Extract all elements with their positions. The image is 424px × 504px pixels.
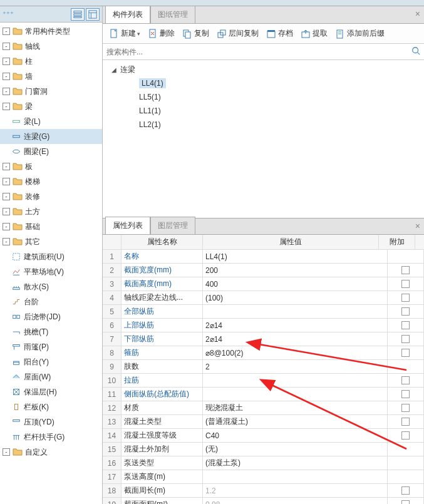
- prop-value[interactable]: 2: [203, 360, 388, 373]
- tree-item[interactable]: -其它: [0, 234, 102, 249]
- checkbox[interactable]: [401, 266, 410, 274]
- property-row[interactable]: 17泵送高度(m): [103, 470, 424, 484]
- prop-extra[interactable]: [388, 401, 424, 414]
- prop-extra[interactable]: [388, 443, 424, 456]
- prop-value[interactable]: C40: [203, 429, 388, 442]
- prop-value[interactable]: (100): [203, 291, 388, 304]
- property-row[interactable]: 2截面宽度(mm)200: [103, 264, 424, 277]
- prop-extra[interactable]: [388, 332, 424, 346]
- prop-value[interactable]: ⌀8@100(2): [203, 346, 388, 359]
- delete-button[interactable]: 删除: [144, 26, 178, 41]
- prop-extra[interactable]: [388, 277, 424, 291]
- checkbox[interactable]: [401, 376, 410, 384]
- prop-value[interactable]: 现浇混凝土: [203, 401, 388, 414]
- tree-item[interactable]: 梁(L): [0, 114, 102, 129]
- prop-value[interactable]: [203, 374, 388, 387]
- checkbox[interactable]: [401, 431, 410, 440]
- property-row[interactable]: 14混凝土强度等级C40: [103, 429, 424, 443]
- checkbox[interactable]: [401, 390, 410, 398]
- prop-extra[interactable]: [388, 415, 424, 428]
- copy-button[interactable]: 复制: [178, 26, 213, 41]
- property-row[interactable]: 3截面高度(mm)400: [103, 277, 424, 291]
- prop-extra[interactable]: [388, 484, 424, 497]
- prop-extra[interactable]: [388, 305, 424, 318]
- tree-item[interactable]: -墙: [0, 69, 102, 84]
- tree-item[interactable]: 栏板(K): [0, 399, 102, 414]
- prop-value[interactable]: 400: [203, 277, 388, 291]
- toggle-icon[interactable]: -: [3, 178, 10, 185]
- checkbox[interactable]: [401, 418, 410, 426]
- tree-item[interactable]: 栏杆扶手(G): [0, 429, 102, 445]
- tree-item[interactable]: 连梁(G): [0, 129, 102, 144]
- property-row[interactable]: 10拉筋: [103, 374, 424, 388]
- toggle-icon[interactable]: -: [3, 73, 10, 80]
- tree-item[interactable]: 屋面(W): [0, 369, 102, 384]
- toggle-icon[interactable]: -: [3, 448, 10, 456]
- toggle-icon[interactable]: -: [3, 193, 10, 200]
- tree-item[interactable]: -梁: [0, 99, 102, 114]
- checkbox[interactable]: [401, 307, 410, 316]
- prop-value[interactable]: [203, 470, 388, 483]
- tree-item[interactable]: 圈梁(E): [0, 144, 102, 159]
- new-button[interactable]: 新建▾: [105, 26, 144, 41]
- tree-item[interactable]: 建筑面积(U): [0, 249, 102, 264]
- tree-item[interactable]: -基础: [0, 219, 102, 234]
- close-icon[interactable]: ×: [415, 9, 420, 19]
- property-row[interactable]: 5全部纵筋: [103, 305, 424, 319]
- property-row[interactable]: 12材质现浇混凝土: [103, 401, 424, 415]
- toggle-icon[interactable]: -: [3, 208, 10, 215]
- archive-button[interactable]: 存档: [262, 26, 297, 41]
- property-row[interactable]: 8箍筋⌀8@100(2): [103, 346, 424, 360]
- prop-extra[interactable]: [388, 291, 424, 304]
- toggle-icon[interactable]: -: [3, 103, 10, 110]
- checkbox[interactable]: [401, 280, 410, 288]
- prop-value[interactable]: (混凝土泵): [203, 456, 388, 470]
- component-item[interactable]: LL5(1): [103, 90, 424, 104]
- prop-value[interactable]: (无): [203, 443, 388, 456]
- tree-item[interactable]: 平整场地(V): [0, 264, 102, 279]
- component-root[interactable]: ◢连梁: [103, 63, 424, 76]
- tree-item[interactable]: -土方: [0, 204, 102, 219]
- tree-item[interactable]: -楼梯: [0, 174, 102, 189]
- layer-copy-button[interactable]: 层间复制: [213, 26, 262, 41]
- property-row[interactable]: 13混凝土类型(普通混凝土): [103, 415, 424, 429]
- toggle-icon[interactable]: -: [3, 238, 10, 245]
- prop-extra[interactable]: [388, 498, 424, 504]
- checkbox[interactable]: [401, 500, 410, 504]
- component-item[interactable]: LL2(1): [103, 118, 424, 131]
- prop-value[interactable]: 2⌀14: [203, 319, 388, 332]
- prop-value[interactable]: [203, 388, 388, 401]
- tree-item[interactable]: -自定义: [0, 445, 102, 460]
- component-item[interactable]: LL4(1): [103, 76, 424, 90]
- tree-item[interactable]: -常用构件类型: [0, 24, 102, 39]
- property-row[interactable]: 15混凝土外加剂(无): [103, 443, 424, 456]
- prop-extra[interactable]: [388, 319, 424, 332]
- tree-item[interactable]: 散水(S): [0, 279, 102, 294]
- prop-value[interactable]: 1.2: [203, 484, 388, 497]
- view-list-button[interactable]: [71, 8, 85, 21]
- tree-item[interactable]: 保温层(H): [0, 384, 102, 399]
- property-row[interactable]: 9肢数2: [103, 360, 424, 374]
- prop-extra[interactable]: [388, 429, 424, 442]
- checkbox[interactable]: [401, 294, 410, 302]
- tree-item[interactable]: 阳台(Y): [0, 354, 102, 369]
- tree-item[interactable]: 后浇带(JD): [0, 309, 102, 324]
- tree-item[interactable]: -装修: [0, 189, 102, 204]
- property-row[interactable]: 18截面周长(m)1.2: [103, 484, 424, 498]
- prop-value[interactable]: 200: [203, 264, 388, 277]
- tab-drawing-mgmt[interactable]: 图纸管理: [150, 6, 195, 23]
- search-icon[interactable]: [411, 46, 420, 57]
- toggle-icon[interactable]: -: [3, 43, 10, 50]
- tab-layer-mgmt[interactable]: 图层管理: [150, 217, 195, 234]
- property-row[interactable]: 11侧面纵筋(总配筋值): [103, 388, 424, 401]
- property-row[interactable]: 19截面面积(m²)0.08: [103, 498, 424, 504]
- prop-extra[interactable]: [388, 456, 424, 470]
- view-detail-button[interactable]: [86, 8, 100, 21]
- toggle-icon[interactable]: -: [3, 223, 10, 230]
- property-row[interactable]: 4轴线距梁左边线...(100): [103, 291, 424, 305]
- component-tree[interactable]: ◢连梁 LL4(1)LL5(1)LL1(1)LL2(1): [103, 60, 424, 218]
- prefix-button[interactable]: 添加前后缀: [331, 26, 388, 41]
- prop-extra[interactable]: [388, 264, 424, 277]
- property-row[interactable]: 16泵送类型(混凝土泵): [103, 456, 424, 470]
- tree-item[interactable]: -板: [0, 159, 102, 174]
